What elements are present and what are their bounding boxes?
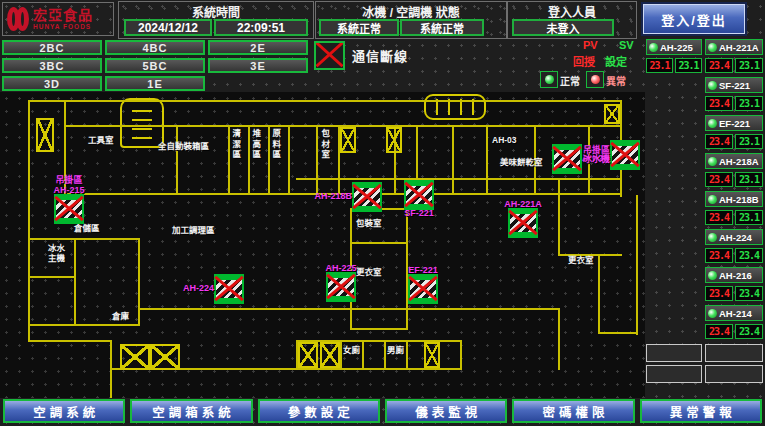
abnormal-legend-label: 異常 (606, 73, 626, 88)
pv-reading: 23.4 (705, 248, 733, 263)
floor-button-4BC[interactable]: 4BC (105, 40, 205, 55)
wall-segment (452, 125, 454, 195)
system-date-value: 2024/12/12 (124, 19, 212, 36)
map-marker-AH-215[interactable]: 吊掛區 AH-215 (54, 194, 84, 224)
app-logo: 宏亞食品 HUNYA FOODS (2, 2, 114, 36)
login-logout-button[interactable]: 登入/登出 (643, 4, 745, 34)
room-label: 倉庫 (112, 312, 129, 322)
wall-segment (384, 342, 386, 368)
device-button-AH-216[interactable]: AH-216 (705, 267, 763, 283)
device-button-AH-218B[interactable]: AH-218B (705, 191, 763, 207)
wall-segment (486, 125, 488, 195)
status-led (708, 271, 717, 280)
map-marker-SF-221[interactable]: SF-221 (404, 180, 434, 210)
sv-header-label: SV (619, 39, 634, 51)
device-button-EF-221[interactable]: EF-221 (705, 115, 763, 131)
map-marker-AH-214[interactable]: AH-214 (552, 144, 582, 174)
floor-button-3D[interactable]: 3D (2, 76, 102, 91)
system-time-label: 系統時間 (119, 3, 313, 20)
floor-button-3E[interactable]: 3E (208, 58, 308, 73)
floor-nav: 2BC4BC2E3BC5BC3E3D1E (2, 40, 308, 92)
device-button-AH-221A[interactable]: AH-221A (705, 39, 763, 55)
map-marker-EF-221[interactable]: EF-221 (408, 274, 438, 304)
readings-AH-218A: 23.423.1 (705, 172, 763, 187)
system-time-section: 系統時間 2024/12/12 22:09:51 (118, 1, 314, 39)
device-button-AH-218A[interactable]: AH-218A (705, 153, 763, 169)
wall-segment (28, 238, 140, 240)
map-marker-AH-218B[interactable]: AH-218B (352, 182, 382, 212)
marker-label: AH-224 (183, 284, 214, 293)
device-button-SF-221[interactable]: SF-221 (705, 77, 763, 93)
wall-segment (350, 242, 408, 244)
map-marker-冰水機[interactable]: 吊掛區 冰水機 (610, 140, 640, 170)
comm-offline-icon (314, 41, 345, 70)
room-label: 原料區 (270, 129, 280, 161)
map-marker-AH-224[interactable]: AH-224 (214, 274, 244, 304)
device-button-AH-224[interactable]: AH-224 (705, 229, 763, 245)
sv-reading: 23.1 (735, 96, 763, 111)
comm-offline-label: 通信斷線 (352, 46, 408, 65)
readings-AH-216: 23.423.4 (705, 286, 763, 301)
status-led (708, 157, 717, 166)
wall-segment (28, 100, 30, 342)
nav-button-密碼權限[interactable]: 密碼權限 (512, 399, 634, 423)
wall-segment (598, 332, 638, 334)
nav-button-儀表監視[interactable]: 儀表監視 (385, 399, 507, 423)
wall-segment (74, 238, 76, 326)
empty-cell (646, 365, 702, 383)
status-led (708, 81, 717, 90)
sv-reading: 23.1 (735, 210, 763, 225)
readings-SF-221: 23.423.1 (705, 96, 763, 111)
floor-button-2E[interactable]: 2E (208, 40, 308, 55)
floor-button-2BC[interactable]: 2BC (2, 40, 102, 55)
wall-segment (598, 256, 600, 334)
floor-button-5BC[interactable]: 5BC (105, 58, 205, 73)
device-button-AH-225[interactable]: AH-225 (646, 39, 702, 55)
pv-reading: 23.4 (705, 210, 733, 225)
room-label: 更衣室 (568, 256, 594, 266)
floor-button-1E[interactable]: 1E (105, 76, 205, 91)
room-label: 更衣室 (356, 268, 382, 278)
status-led (649, 43, 658, 52)
wall-segment (28, 324, 140, 326)
sv-reading: 23.4 (735, 286, 763, 301)
wall-segment (350, 328, 408, 330)
room-label: 包材室 (319, 129, 329, 161)
normal-led-icon (540, 71, 558, 88)
room-label: 男廁 (387, 346, 404, 356)
device-button-AH-214[interactable]: AH-214 (705, 305, 763, 321)
status-led (708, 309, 717, 318)
map-marker-AH-221A[interactable]: AH-221A (508, 208, 538, 238)
system-clock-value: 22:09:51 (214, 19, 308, 36)
nav-button-空調系統[interactable]: 空調系統 (3, 399, 125, 423)
floor-button-3BC[interactable]: 3BC (2, 58, 102, 73)
pv-header-label: PV (583, 39, 598, 51)
stair-icon (150, 344, 180, 370)
empty-cell (705, 344, 763, 362)
status-led (708, 195, 717, 204)
machine-status-section: 冰機 / 空調機 狀態 系統正常 系統正常 (315, 1, 507, 39)
nav-button-異常警報[interactable]: 異常警報 (640, 399, 762, 423)
empty-cell (705, 365, 763, 383)
footer-nav: 空調系統空調箱系統參數設定儀表監視密碼權限異常警報 (0, 399, 765, 425)
wall-segment (138, 238, 140, 326)
status-led (708, 233, 717, 242)
wall-segment (288, 125, 290, 195)
wall-segment (28, 276, 76, 278)
readings-AH-225: 23.123.1 (646, 58, 702, 73)
comm-status: 通信斷線 (314, 41, 408, 70)
wall-segment (558, 308, 560, 370)
sv-reading: 23.1 (735, 58, 763, 73)
nav-button-空調箱系統[interactable]: 空調箱系統 (130, 399, 252, 423)
room-label: 冰水 主機 (48, 244, 65, 264)
machine-status-label: 冰機 / 空調機 狀態 (316, 3, 506, 20)
wall-segment (138, 308, 560, 310)
login-section: 登入人員 未登入 (507, 1, 637, 39)
map-marker-AH-225[interactable]: AH-225 (326, 272, 356, 302)
marker-label: SF-221 (404, 209, 434, 218)
pv-reading: 23.4 (705, 58, 733, 73)
room-label: AH-03 (492, 136, 517, 146)
marker-label: AH-221A (504, 200, 542, 209)
nav-button-參數設定[interactable]: 參數設定 (258, 399, 380, 423)
sv-reading: 23.1 (735, 172, 763, 187)
